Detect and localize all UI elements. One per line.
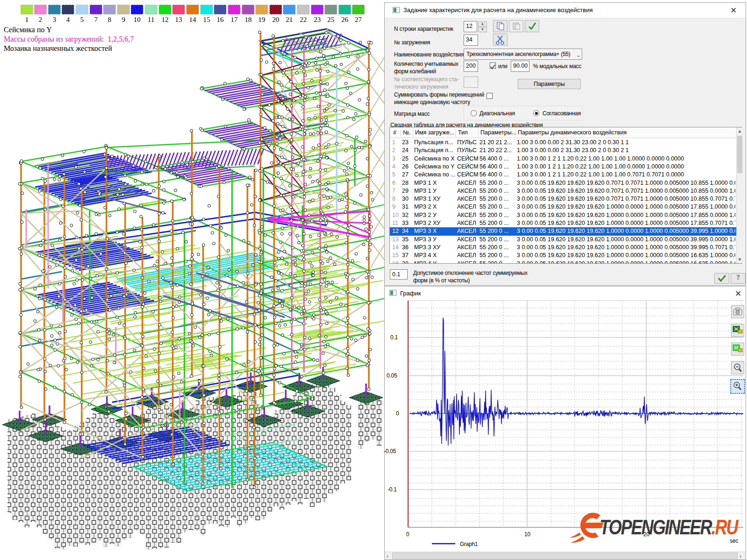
svg-text:TOPENGINEER.RU: TOPENGINEER.RU xyxy=(599,516,739,539)
